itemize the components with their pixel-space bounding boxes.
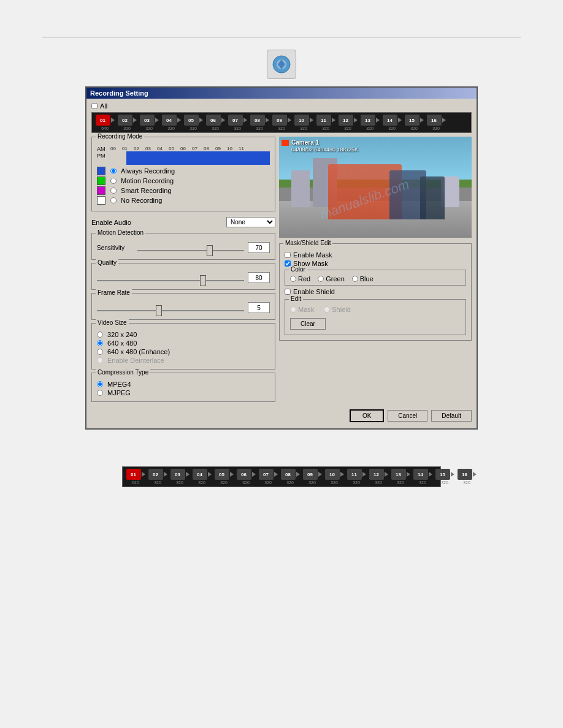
cam-btn-11[interactable]: 11 320 bbox=[315, 115, 336, 131]
videosize-label-1: 640 x 480 bbox=[107, 339, 137, 347]
recmode-radio-always[interactable] bbox=[110, 168, 117, 174]
recording-option-motion[interactable]: Motion Recording bbox=[97, 176, 270, 185]
edit-mask-radio bbox=[290, 306, 296, 313]
cam-btn-01[interactable]: 01 640 bbox=[94, 115, 115, 131]
cam-icon-16: 16 bbox=[458, 469, 472, 480]
cam-btn-03[interactable]: 03 320 bbox=[139, 115, 159, 131]
hour-cell-10: 10 bbox=[224, 146, 236, 151]
color-green-radio[interactable] bbox=[318, 276, 324, 282]
cam-btn-06[interactable]: 06 320 bbox=[236, 469, 256, 485]
enable-shield-label: Enable Shield bbox=[293, 288, 335, 295]
cam-btn-09[interactable]: 09 320 bbox=[302, 469, 323, 485]
videosize-radio-1[interactable] bbox=[97, 340, 103, 346]
audio-dropdown[interactable]: None Microphone Line In bbox=[226, 217, 275, 227]
cam-btn-15[interactable]: 15 320 bbox=[404, 115, 424, 131]
cam-arrow-11 bbox=[362, 472, 366, 477]
sensitivity-slider-track[interactable] bbox=[137, 250, 244, 251]
color-box-smart bbox=[97, 186, 105, 195]
recmode-radio-no[interactable] bbox=[110, 197, 117, 203]
schedule-bar[interactable] bbox=[126, 151, 270, 165]
videosize-option-0[interactable]: 320 x 240 bbox=[97, 331, 270, 338]
cam-arrow-05 bbox=[199, 118, 203, 123]
frame-rate-slider-thumb[interactable] bbox=[156, 305, 162, 316]
recording-mode-label: Recording Mode bbox=[96, 133, 144, 140]
cam-btn-16[interactable]: 16 320 bbox=[456, 469, 477, 485]
video-size-options: 320 x 240 640 x 480 640 x 480 (Enhance) … bbox=[97, 331, 270, 364]
cancel-button[interactable]: Cancel bbox=[388, 410, 427, 422]
camera-preview: manualslib.com Camera 1 04/08/02 640x480… bbox=[279, 137, 472, 238]
cam-btn-15[interactable]: 15 320 bbox=[434, 469, 455, 485]
all-checkbox[interactable] bbox=[91, 103, 98, 109]
cam-arrow-11 bbox=[332, 118, 335, 123]
frame-rate-slider-track[interactable] bbox=[97, 310, 244, 311]
cam-label-06: 320 bbox=[242, 480, 250, 485]
quality-slider-thumb[interactable] bbox=[200, 275, 206, 286]
enable-shield-checkbox[interactable] bbox=[285, 289, 291, 295]
cam-label-09: 320 bbox=[278, 126, 285, 131]
hour-cell-03: 03 bbox=[143, 146, 154, 151]
cam-icon-03: 03 bbox=[170, 469, 185, 480]
edit-mask-option[interactable]: Mask bbox=[290, 306, 314, 313]
recording-option-smart[interactable]: Smart Recording bbox=[97, 186, 270, 195]
videosize-option-1[interactable]: 640 x 480 bbox=[97, 339, 270, 347]
cam-btn-10[interactable]: 10 320 bbox=[324, 469, 345, 485]
videosize-radio-0[interactable] bbox=[97, 332, 103, 338]
ok-button[interactable]: OK bbox=[350, 409, 384, 422]
cam-btn-13[interactable]: 13 320 bbox=[359, 115, 380, 131]
cam-btn-03[interactable]: 03 320 bbox=[169, 469, 190, 485]
quality-slider-track[interactable] bbox=[97, 280, 244, 281]
motion-detection-group: Motion Detection Sensitivity 70 bbox=[91, 233, 275, 260]
cam-btn-02[interactable]: 02 320 bbox=[117, 115, 137, 131]
recmode-radio-motion[interactable] bbox=[110, 178, 117, 184]
recording-option-always[interactable]: Always Recording bbox=[97, 167, 270, 175]
cam-icon-09: 09 bbox=[303, 469, 318, 480]
cam-btn-14[interactable]: 14 320 bbox=[381, 115, 402, 131]
enable-mask-checkbox[interactable] bbox=[285, 252, 291, 258]
cam-btn-06[interactable]: 06 320 bbox=[205, 115, 226, 131]
cam-btn-02[interactable]: 02 320 bbox=[147, 469, 168, 485]
cam-btn-05[interactable]: 05 320 bbox=[183, 115, 204, 131]
cam-btn-10[interactable]: 10 320 bbox=[293, 115, 314, 131]
default-button[interactable]: Default bbox=[431, 410, 472, 422]
cam-btn-12[interactable]: 12 320 bbox=[337, 115, 358, 131]
cam-arrow-04 bbox=[208, 472, 212, 477]
comptype-radio-0[interactable] bbox=[97, 381, 103, 387]
mask-shield-group: Mask/Shield Edit Enable Mask Show Mask bbox=[279, 243, 472, 341]
comptype-radio-1[interactable] bbox=[97, 390, 103, 396]
recmode-radio-smart[interactable] bbox=[110, 188, 117, 194]
sensitivity-slider-thumb[interactable] bbox=[207, 245, 213, 256]
recording-mode-group: Recording Mode AMPM 00010203040506070809… bbox=[91, 137, 275, 211]
clear-button[interactable]: Clear bbox=[290, 318, 326, 330]
cam-label-04: 320 bbox=[167, 126, 175, 131]
cam-btn-09[interactable]: 09 320 bbox=[271, 115, 292, 131]
videosize-option-2[interactable]: 640 x 480 (Enhance) bbox=[97, 348, 270, 355]
cam-btn-16[interactable]: 16 320 bbox=[426, 115, 446, 131]
cam-btn-08[interactable]: 08 320 bbox=[249, 115, 270, 131]
cam-arrow-15 bbox=[451, 472, 454, 477]
recording-option-no[interactable]: No Recording bbox=[97, 196, 270, 205]
edit-shield-option[interactable]: Shield bbox=[324, 306, 351, 313]
cam-btn-11[interactable]: 11 320 bbox=[346, 469, 367, 485]
enable-mask-label: Enable Mask bbox=[293, 251, 332, 259]
color-blue-radio[interactable] bbox=[352, 276, 358, 282]
cam-btn-08[interactable]: 08 320 bbox=[280, 469, 301, 485]
cam-btn-04[interactable]: 04 320 bbox=[161, 115, 182, 131]
color-red-option[interactable]: Red bbox=[290, 275, 310, 282]
cam-btn-12[interactable]: 12 320 bbox=[368, 469, 389, 485]
videosize-radio-2[interactable] bbox=[97, 349, 103, 355]
quality-slider-row: 80 bbox=[97, 272, 270, 283]
cam-icon-06: 06 bbox=[237, 469, 251, 480]
cam-btn-13[interactable]: 13 320 bbox=[390, 469, 411, 485]
cam-btn-05[interactable]: 05 320 bbox=[213, 469, 234, 485]
color-green-option[interactable]: Green bbox=[318, 275, 345, 282]
cam-btn-14[interactable]: 14 320 bbox=[412, 469, 433, 485]
compression-option-1[interactable]: MJPEG bbox=[97, 389, 270, 396]
sensitivity-label: Sensitivity bbox=[97, 245, 134, 251]
color-blue-option[interactable]: Blue bbox=[352, 275, 373, 282]
cam-btn-07[interactable]: 07 320 bbox=[227, 115, 248, 131]
cam-btn-07[interactable]: 07 320 bbox=[258, 469, 278, 485]
compression-option-0[interactable]: MPEG4 bbox=[97, 381, 270, 388]
cam-btn-04[interactable]: 04 320 bbox=[191, 469, 212, 485]
cam-btn-01[interactable]: 01 640 bbox=[125, 469, 146, 485]
color-red-radio[interactable] bbox=[290, 276, 296, 282]
